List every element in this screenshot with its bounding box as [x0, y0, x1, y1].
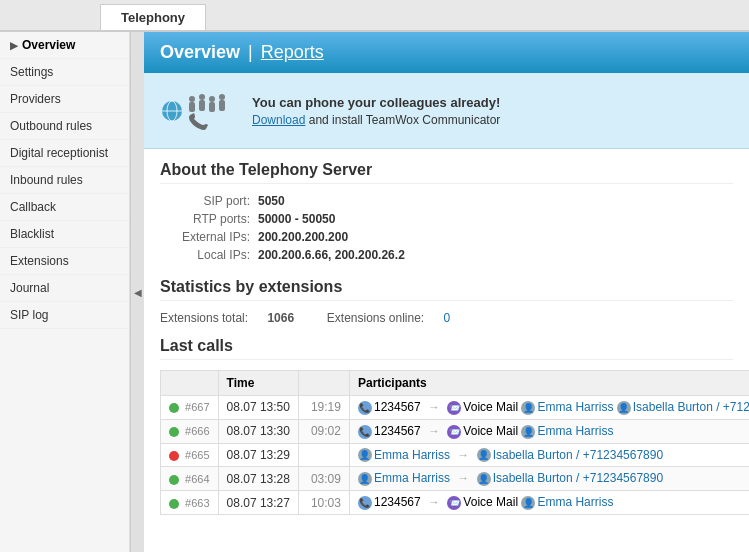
call-to-person1-link[interactable]: Emma Harriss: [537, 424, 613, 438]
sidebar-item-blacklist[interactable]: Blacklist: [0, 221, 129, 248]
phone-icon: 📞: [358, 401, 372, 415]
sidebar-item-label: Inbound rules: [10, 173, 83, 187]
call-duration-cell: 09:02: [298, 419, 349, 443]
call-participants-cell: 📞1234567 → 📨Voice Mail 👤Emma Harriss: [349, 491, 749, 515]
call-duration-cell: 10:03: [298, 491, 349, 515]
content-header: Overview | Reports: [144, 32, 749, 73]
col-duration: [298, 371, 349, 396]
call-date: 08.07 13:50: [227, 400, 290, 414]
sidebar-collapse-handle[interactable]: ◀: [130, 32, 144, 552]
call-to-person1-link[interactable]: Emma Harriss: [537, 400, 613, 414]
info-row: External IPs:200.200.200.200: [160, 230, 733, 244]
call-duration: 09:02: [311, 424, 341, 438]
sidebar-item-overview[interactable]: ▶ Overview: [0, 32, 129, 59]
col-participants: Participants: [349, 371, 749, 396]
call-to-person1-link[interactable]: Isabella Burton / +71234567890: [493, 471, 663, 485]
call-from: 1234567: [374, 495, 421, 509]
info-value: 200.200.6.66, 200.200.26.2: [258, 248, 405, 262]
arrow-right-icon: →: [425, 495, 444, 509]
person-icon: 👤: [358, 472, 372, 486]
call-duration: 19:19: [311, 400, 341, 414]
call-date: 08.07 13:29: [227, 448, 290, 462]
sidebar-arrow-icon: ▶: [10, 40, 18, 51]
sidebar-item-sip-log[interactable]: SIP log: [0, 302, 129, 329]
arrow-right-icon: →: [454, 448, 473, 462]
about-title: About the Telephony Server: [160, 161, 733, 184]
banner-suffix-text: and install TeamWox Communicator: [305, 113, 500, 127]
call-ext: #664: [182, 473, 210, 485]
extensions-online-label: Extensions online: 0: [313, 311, 466, 325]
person-icon: 👤: [521, 496, 535, 510]
call-to-person2-link[interactable]: Isabella Burton / +71234567890: [633, 400, 749, 414]
sidebar-item-providers[interactable]: Providers: [0, 86, 129, 113]
call-to-voicemail: Voice Mail: [463, 495, 521, 509]
tab-bar: Telephony: [0, 0, 749, 32]
status-green-icon: [169, 475, 179, 485]
call-time-cell: 08.07 13:28: [218, 467, 298, 491]
sidebar-item-label: Overview: [22, 38, 75, 52]
info-row: SIP port:5050: [160, 194, 733, 208]
person-icon: 👤: [477, 472, 491, 486]
call-to-person1-link[interactable]: Emma Harriss: [537, 495, 613, 509]
sidebar-item-inbound-rules[interactable]: Inbound rules: [0, 167, 129, 194]
call-to-person1-link[interactable]: Isabella Burton / +71234567890: [493, 448, 663, 462]
reports-link[interactable]: Reports: [261, 42, 324, 63]
sidebar-item-label: Digital receptionist: [10, 146, 108, 160]
stats-title: Statistics by extensions: [160, 278, 733, 301]
sidebar-item-label: Callback: [10, 200, 56, 214]
col-time: Time: [218, 371, 298, 396]
call-status-cell: #665: [161, 443, 219, 467]
person-icon: 👤: [521, 425, 535, 439]
voicemail-icon: 📨: [447, 425, 461, 439]
info-label: SIP port:: [160, 194, 250, 208]
voicemail-icon: 📨: [447, 496, 461, 510]
phone-icon: 📞: [358, 425, 372, 439]
sidebar-item-outbound-rules[interactable]: Outbound rules: [0, 113, 129, 140]
sidebar-item-settings[interactable]: Settings: [0, 59, 129, 86]
person-icon: 👤: [358, 448, 372, 462]
person-icon: 👤: [521, 401, 535, 415]
svg-point-5: [199, 94, 205, 100]
stats-line: Extensions total: 1066 Extensions online…: [160, 311, 733, 325]
banner-graphic: [160, 83, 240, 138]
sidebar-item-digital-receptionist[interactable]: Digital receptionist: [0, 140, 129, 167]
sidebar-item-extensions[interactable]: Extensions: [0, 248, 129, 275]
call-status-cell: #666: [161, 419, 219, 443]
telephony-tab[interactable]: Telephony: [100, 4, 206, 30]
table-row: #66408.07 13:2803:09👤Emma Harriss → 👤Isa…: [161, 467, 750, 491]
svg-point-7: [209, 96, 215, 102]
call-status-cell: #663: [161, 491, 219, 515]
voicemail-icon: 📨: [447, 401, 461, 415]
download-link[interactable]: Download: [252, 113, 305, 127]
sidebar: ▶ OverviewSettingsProvidersOutbound rule…: [0, 32, 130, 552]
call-duration-cell: 03:09: [298, 467, 349, 491]
call-duration: 03:09: [311, 472, 341, 486]
sidebar-item-callback[interactable]: Callback: [0, 194, 129, 221]
sidebar-item-label: SIP log: [10, 308, 48, 322]
info-row: RTP ports:50000 - 50050: [160, 212, 733, 226]
info-row: Local IPs:200.200.6.66, 200.200.26.2: [160, 248, 733, 262]
main-layout: ▶ OverviewSettingsProvidersOutbound rule…: [0, 32, 749, 552]
call-participants-cell: 👤Emma Harriss → 👤Isabella Burton / +7123…: [349, 443, 749, 467]
call-duration-cell: 19:19: [298, 396, 349, 420]
arrow-right-icon: →: [425, 400, 444, 414]
svg-rect-6: [199, 100, 205, 111]
svg-point-9: [219, 94, 225, 100]
call-from-link[interactable]: Emma Harriss: [374, 471, 450, 485]
call-from: 1234567: [374, 424, 421, 438]
table-row: #66308.07 13:2710:03📞1234567 → 📨Voice Ma…: [161, 491, 750, 515]
call-duration-cell: [298, 443, 349, 467]
call-ext: #663: [182, 497, 210, 509]
status-green-icon: [169, 403, 179, 413]
phone-icon: 📞: [358, 496, 372, 510]
table-row: #66608.07 13:3009:02📞1234567 → 📨Voice Ma…: [161, 419, 750, 443]
info-label: RTP ports:: [160, 212, 250, 226]
calls-table: Time Participants #66708.07 13:5019:19📞1…: [160, 370, 749, 515]
call-status-cell: #667: [161, 396, 219, 420]
call-time-cell: 08.07 13:27: [218, 491, 298, 515]
call-from-link[interactable]: Emma Harriss: [374, 448, 450, 462]
sidebar-item-label: Journal: [10, 281, 49, 295]
call-ext: #667: [182, 401, 210, 413]
sidebar-item-journal[interactable]: Journal: [0, 275, 129, 302]
header-separator: |: [248, 42, 253, 63]
